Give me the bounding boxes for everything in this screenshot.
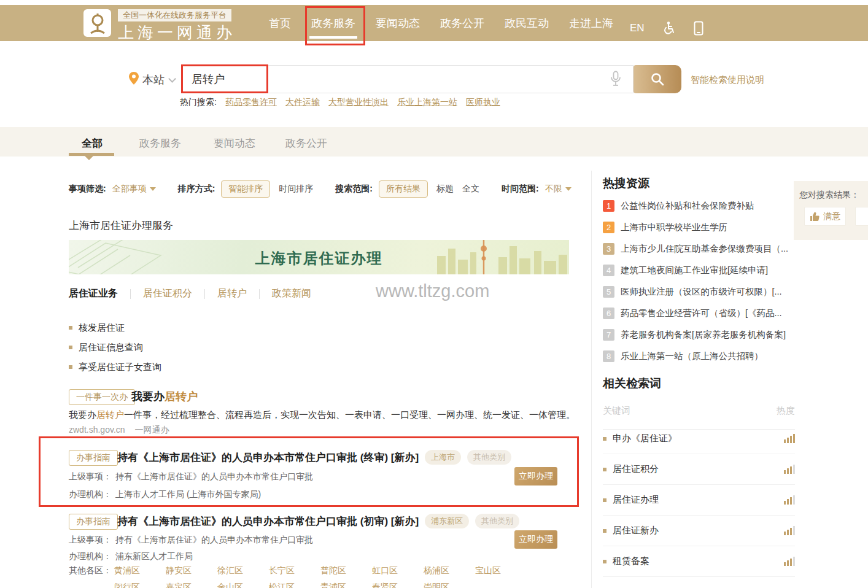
district-link[interactable]: 徐汇区 [217,565,269,576]
district-link[interactable]: 宝山区 [475,565,527,576]
scope-all-button[interactable]: 所有结果 [379,180,428,198]
satisfied-button[interactable]: 满意 [804,207,846,226]
heat-column-label: 热度 [777,405,795,417]
scope-title-button[interactable]: 标题 [436,184,454,195]
rank-badge: 8 [603,350,614,362]
related-keyword-item[interactable]: 居住证新办 [603,516,795,546]
nav-home[interactable]: 首页 [269,16,291,31]
tab-gov-info[interactable]: 政务公开 [285,136,327,150]
main-nav: 首页 政务服务 要闻动态 政务公开 政民互动 走进上海 [269,5,634,41]
sort-smart-button[interactable]: 智能排序 [221,180,270,198]
square-bullet-icon [603,468,606,471]
district-link[interactable]: 闵行区 [114,582,166,588]
hot-resource-item[interactable]: 6 药品零售企业经营许可（省级）[《药品... [603,303,799,324]
apply-now-button[interactable]: 立即办理 [514,467,557,485]
service-tab-points[interactable]: 居住证积分 [143,287,192,300]
language-toggle[interactable]: EN [630,22,645,34]
service-link[interactable]: 享受居住证子女查询 [69,357,161,377]
result-title[interactable]: 持有《上海市居住证》的人员申办本市常住户口审批 (初审) [新办] 浦东新区 其… [117,514,519,528]
onething-title[interactable]: 我要办居转户 [131,389,198,404]
related-keywords-title: 相关检索词 [603,376,661,392]
tab-news[interactable]: 要闻动态 [214,136,255,150]
hot-search-label: 热门搜索: [180,97,217,108]
scope-fulltext-button[interactable]: 全文 [462,184,479,195]
result-tabbar: 全部 政务服务 要闻动态 政务公开 [0,127,868,157]
district-link[interactable]: 虹口区 [372,565,424,576]
related-keyword-item[interactable]: 申办《居住证》 [603,424,795,454]
district-link[interactable]: 松江区 [269,582,320,588]
result-title[interactable]: 持有《上海市居住证》的人员申办本市常住户口审批 (终审) [新办] 上海市 其他… [117,450,511,465]
hot-link[interactable]: 大件运输 [285,97,320,108]
mobile-icon[interactable] [694,21,703,38]
service-link-list: 核发居住证 居住证信息查询 享受居住证子女查询 [69,318,161,377]
tab-gov-services[interactable]: 政务服务 [139,136,181,150]
site-logo[interactable]: 全国一体化在线政务服务平台 上海一网通办 [83,9,236,44]
related-keyword-item[interactable]: 居住证积分 [603,454,795,485]
service-tab-residence[interactable]: 居住证业务 [69,287,118,300]
search-scope-value: 本站 [142,74,165,86]
other-districts-label: 其他各区： [69,565,112,576]
rank-badge: 2 [603,222,614,233]
district-link[interactable]: 普陀区 [320,565,372,576]
accessibility-icon[interactable] [663,21,676,37]
nav-gov-info[interactable]: 政务公开 [440,16,484,31]
district-link[interactable]: 崇明区 [424,582,475,588]
hot-resource-item[interactable]: 5 医师执业注册（设区的市级许可权限）[... [603,281,799,303]
square-bullet-icon [69,346,72,349]
hot-resource-item[interactable]: 1 公益性岗位补贴和社会保险费补贴 [603,195,799,217]
district-link[interactable]: 黄浦区 [114,565,166,576]
search-button[interactable] [634,65,681,93]
hot-resource-item[interactable]: 3 上海市少儿住院互助基金参保缴费项目（... [603,238,799,260]
related-keyword-item[interactable]: 租赁备案 [603,546,795,577]
onething-source: zwdt.sh.gov.cn一网通办 [69,425,179,436]
feedback-panel: 您对搜索结果： 满意 [794,181,868,240]
watermark: www.tltzg.com [376,281,489,301]
search-input[interactable] [181,65,634,93]
nav-about-shanghai[interactable]: 走进上海 [569,16,613,31]
nav-news[interactable]: 要闻动态 [376,16,420,31]
hot-link[interactable]: 药品零售许可 [225,97,277,108]
mic-icon[interactable] [610,71,621,90]
search-scope-select[interactable]: 本站 [142,72,175,87]
district-link[interactable]: 青浦区 [320,582,372,588]
service-banner[interactable]: 上海市居住证办理 [69,240,569,274]
district-link[interactable]: 静安区 [166,565,217,576]
time-range-select[interactable]: 不限 [545,184,572,195]
heat-bars-icon [784,526,795,535]
square-bullet-icon [603,560,606,563]
keyword-highlight: 居转户 [165,390,198,403]
rank-badge: 6 [603,308,614,319]
hot-resource-item[interactable]: 7 养老服务机构备案[居家养老服务机构备案] [603,324,799,346]
service-tab-juzhuanhu[interactable]: 居转户 [217,287,247,300]
logo-icon [83,9,111,37]
hot-link[interactable]: 医师执业 [466,97,500,108]
banner-title: 上海市居住证办理 [69,249,569,268]
hot-resource-item[interactable]: 2 上海市中职学校毕业生学历 [603,217,799,238]
district-link[interactable]: 长宁区 [269,565,320,576]
hot-link[interactable]: 乐业上海第一站 [397,97,457,108]
source-url: zwdt.sh.gov.cn [69,425,125,435]
tab-all[interactable]: 全部 [82,136,103,150]
search-help-link[interactable]: 智能检索使用说明 [691,74,764,86]
filter-items-select[interactable]: 全部事项 [112,184,156,195]
unsatisfied-button[interactable] [855,207,868,226]
search-icon [650,72,665,87]
sort-time-button[interactable]: 时间排序 [279,184,313,195]
square-bullet-icon [69,365,72,369]
related-keyword-item[interactable]: 居住证办理 [603,485,795,516]
district-link[interactable]: 奉贤区 [372,582,424,588]
nav-interaction[interactable]: 政民互动 [505,16,549,31]
service-link[interactable]: 核发居住证 [69,318,161,338]
apply-now-button[interactable]: 立即办理 [514,530,557,549]
service-title-link[interactable]: 上海市居住证办理服务 [69,219,173,233]
service-tab-policy[interactable]: 政策新闻 [272,287,311,300]
hot-resource-item[interactable]: 8 乐业上海第一站（原上海公共招聘） [603,346,799,367]
service-link[interactable]: 居住证信息查询 [69,338,161,357]
hot-resource-item[interactable]: 4 建筑工地夜间施工作业审批[延续申请] [603,260,799,281]
district-link[interactable]: 杨浦区 [424,565,475,576]
district-link[interactable]: 嘉定区 [166,582,217,588]
rank-badge: 5 [603,286,614,298]
hot-link[interactable]: 大型营业性演出 [328,97,389,108]
district-link[interactable]: 金山区 [217,582,269,588]
nav-gov-services[interactable]: 政务服务 [311,16,355,31]
